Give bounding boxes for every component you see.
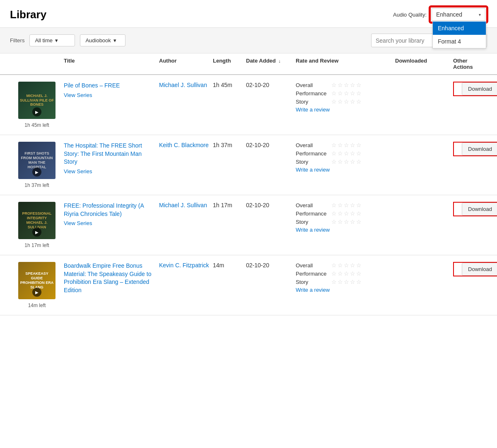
star[interactable]: ☆ [356, 218, 362, 225]
play-button[interactable]: ▶ [32, 107, 41, 116]
star[interactable]: ☆ [350, 90, 355, 97]
view-series-link[interactable]: View Series [64, 168, 92, 174]
star[interactable]: ☆ [338, 278, 343, 285]
star[interactable]: ☆ [350, 270, 355, 277]
star[interactable]: ☆ [350, 262, 355, 269]
star[interactable]: ☆ [356, 210, 362, 217]
book-title-link[interactable]: FREE: Professional Integrity (A Riyria C… [64, 202, 155, 218]
overall-stars[interactable]: ☆☆☆☆☆ [331, 262, 362, 269]
star[interactable]: ☆ [338, 82, 343, 88]
star[interactable]: ☆ [338, 142, 343, 148]
star[interactable]: ☆ [344, 158, 349, 165]
star[interactable]: ☆ [356, 158, 362, 165]
star[interactable]: ☆ [338, 270, 343, 277]
book-title-link[interactable]: Boardwalk Empire Free Bonus Material: Th… [64, 262, 155, 294]
star[interactable]: ☆ [350, 210, 355, 217]
download-button[interactable]: Download [462, 82, 497, 95]
star[interactable]: ☆ [338, 202, 343, 208]
star[interactable]: ☆ [331, 270, 337, 277]
star[interactable]: ☆ [331, 210, 337, 217]
star[interactable]: ☆ [344, 150, 349, 157]
star[interactable]: ☆ [356, 98, 362, 105]
star[interactable]: ☆ [331, 278, 337, 285]
star[interactable]: ☆ [331, 218, 337, 225]
star[interactable]: ☆ [356, 202, 362, 208]
star[interactable]: ☆ [344, 218, 349, 225]
download-button[interactable]: Download [462, 263, 497, 276]
overall-stars[interactable]: ☆☆☆☆☆ [331, 82, 362, 88]
star[interactable]: ☆ [350, 218, 355, 225]
dropdown-item-format4[interactable]: Format 4 [433, 35, 486, 48]
star[interactable]: ☆ [344, 262, 349, 269]
star[interactable]: ☆ [344, 98, 349, 105]
star[interactable]: ☆ [344, 278, 349, 285]
story-stars[interactable]: ☆☆☆☆☆ [331, 158, 362, 165]
star[interactable]: ☆ [344, 210, 349, 217]
star[interactable]: ☆ [356, 262, 362, 269]
view-series-link[interactable]: View Series [64, 92, 92, 98]
download-button[interactable]: Download [462, 203, 497, 216]
performance-stars[interactable]: ☆☆☆☆☆ [331, 270, 362, 277]
star[interactable]: ☆ [338, 262, 343, 269]
star[interactable]: ☆ [331, 142, 337, 148]
star[interactable]: ☆ [350, 150, 355, 157]
star[interactable]: ☆ [344, 202, 349, 208]
star[interactable]: ☆ [356, 90, 362, 97]
star[interactable]: ☆ [331, 98, 337, 105]
story-stars[interactable]: ☆☆☆☆☆ [331, 98, 362, 105]
book-cover[interactable]: PROFESSIONAL INTEGRITY MICHAEL J. SULLIV… [18, 202, 55, 239]
performance-stars[interactable]: ☆☆☆☆☆ [331, 150, 362, 157]
star[interactable]: ☆ [331, 150, 337, 157]
view-series-link[interactable]: View Series [64, 220, 92, 226]
star[interactable]: ☆ [350, 142, 355, 148]
star[interactable]: ☆ [338, 158, 343, 165]
download-button[interactable]: Download [462, 143, 497, 155]
write-review-link[interactable]: Write a review [296, 167, 395, 173]
story-stars[interactable]: ☆☆☆☆☆ [331, 218, 362, 225]
star[interactable]: ☆ [356, 150, 362, 157]
star[interactable]: ☆ [331, 158, 337, 165]
time-filter[interactable]: All time ▾ [29, 34, 75, 46]
star[interactable]: ☆ [344, 90, 349, 97]
star[interactable]: ☆ [338, 210, 343, 217]
performance-stars[interactable]: ☆☆☆☆☆ [331, 210, 362, 217]
star[interactable]: ☆ [350, 158, 355, 165]
dropdown-item-enhanced[interactable]: Enhanced [433, 22, 486, 35]
book-title-link[interactable]: The Hospital: The FREE Short Story: The … [64, 142, 155, 166]
author-link[interactable]: Michael J. Sullivan [159, 82, 207, 88]
star[interactable]: ☆ [350, 98, 355, 105]
performance-stars[interactable]: ☆☆☆☆☆ [331, 90, 362, 97]
star[interactable]: ☆ [338, 218, 343, 225]
type-filter[interactable]: Audiobook ▾ [80, 34, 125, 46]
write-review-link[interactable]: Write a review [296, 287, 395, 293]
star[interactable]: ☆ [331, 262, 337, 269]
star[interactable]: ☆ [356, 82, 362, 88]
star[interactable]: ☆ [356, 142, 362, 148]
book-cover[interactable]: SPEAKEASY GUIDE PROHIBITION ERA SLANG ▶ [18, 262, 55, 299]
col-header-date[interactable]: Date Added ↓ [246, 58, 296, 70]
book-cover[interactable]: MICHAEL J. SULLIVAN PILE OF BONES ▶ [18, 82, 55, 119]
star[interactable]: ☆ [356, 278, 362, 285]
star[interactable]: ☆ [356, 270, 362, 277]
star[interactable]: ☆ [344, 82, 349, 88]
star[interactable]: ☆ [350, 202, 355, 208]
star[interactable]: ☆ [350, 82, 355, 88]
star[interactable]: ☆ [338, 90, 343, 97]
star[interactable]: ☆ [331, 82, 337, 88]
write-review-link[interactable]: Write a review [296, 107, 395, 113]
star[interactable]: ☆ [338, 98, 343, 105]
star[interactable]: ☆ [344, 270, 349, 277]
book-cover[interactable]: FIRST SHOTS FROM MOUNTAIN MAN THE HOSPIT… [18, 142, 55, 179]
book-title-link[interactable]: Pile of Bones – FREE [64, 82, 155, 90]
play-button[interactable]: ▶ [32, 167, 41, 177]
star[interactable]: ☆ [331, 202, 337, 208]
author-link[interactable]: Kevin C. Fitzpatrick [159, 262, 209, 269]
author-link[interactable]: Michael J. Sullivan [159, 202, 207, 208]
overall-stars[interactable]: ☆☆☆☆☆ [331, 142, 362, 148]
star[interactable]: ☆ [331, 90, 337, 97]
audio-quality-select[interactable]: Enhanced ▾ [432, 8, 485, 21]
write-review-link[interactable]: Write a review [296, 227, 395, 233]
star[interactable]: ☆ [344, 142, 349, 148]
author-link[interactable]: Keith C. Blackmore [159, 142, 209, 148]
overall-stars[interactable]: ☆☆☆☆☆ [331, 202, 362, 208]
